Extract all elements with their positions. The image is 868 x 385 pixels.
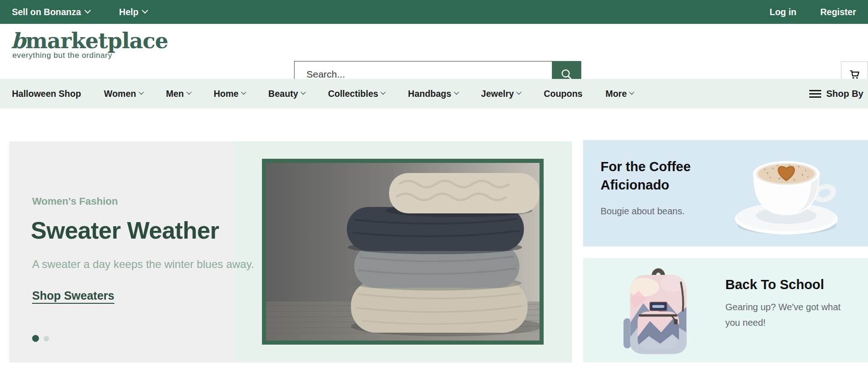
nav-label: Women: [104, 89, 136, 99]
carousel-dot-1-active[interactable]: [32, 335, 39, 342]
chevron-down-icon: [186, 89, 191, 95]
nav-item-home[interactable]: Home: [214, 89, 245, 99]
promo-card-back-to-school[interactable]: Back To School Gearing up? We've got wha…: [583, 258, 868, 363]
help-label: Help: [119, 7, 139, 17]
nav-item-halloween-shop[interactable]: Halloween Shop: [12, 89, 81, 99]
nav-label: Collectibles: [328, 89, 378, 99]
nav-label: Beauty: [268, 89, 298, 99]
promo-card-title: Back To School: [725, 275, 824, 294]
log-in-link[interactable]: Log in: [769, 7, 796, 17]
stacked-sweaters-image: [266, 163, 540, 340]
chevron-down-icon: [381, 89, 386, 95]
backpack-image: [623, 262, 694, 357]
hero-category: Women's Fashion: [32, 195, 118, 207]
chevron-down-icon: [241, 89, 246, 95]
chevron-down-icon: [629, 89, 634, 95]
promo-card-subtitle: Gearing up? We've got what you need!: [725, 299, 850, 330]
nav-label: More: [606, 89, 627, 99]
register-link[interactable]: Register: [820, 7, 856, 17]
chevron-down-icon: [454, 89, 459, 95]
promo-card-coffee[interactable]: For the Coffee Aficionado Bougie about b…: [583, 140, 868, 246]
shop-by-menu[interactable]: Shop By: [809, 88, 863, 100]
topbar-auth-links: Log in Register: [769, 7, 856, 17]
nav-label: Jewelry: [481, 89, 514, 99]
chevron-down-icon: [300, 89, 306, 95]
top-utility-bar: Sell on Bonanza Help Log in Register: [0, 0, 868, 24]
chevron-down-icon: [139, 89, 144, 95]
category-nav: Halloween Shop Women Men Home Beauty Col…: [0, 79, 868, 109]
nav-item-jewelry[interactable]: Jewelry: [481, 89, 521, 99]
promo-card-title: For the Coffee Aficionado: [601, 157, 713, 194]
nav-item-handbags[interactable]: Handbags: [408, 89, 458, 99]
sell-on-bonanza-label: Sell on Bonanza: [12, 7, 81, 17]
help-menu[interactable]: Help: [119, 7, 147, 17]
bonanza-homepage: Sell on Bonanza Help Log in Register bma…: [0, 0, 868, 385]
hero-title: Sweater Weather: [31, 217, 219, 244]
promo-card-subtitle: Bougie about beans.: [601, 203, 685, 219]
chevron-down-icon: [84, 7, 91, 14]
nav-item-collectibles[interactable]: Collectibles: [328, 89, 385, 99]
sell-on-bonanza-menu[interactable]: Sell on Bonanza: [12, 7, 90, 17]
chevron-down-icon: [142, 7, 148, 14]
carousel-dot-2[interactable]: [44, 336, 49, 341]
logo-marketplace-text: marketplace: [25, 28, 168, 53]
logo-wordmark: bmarketplace: [11, 29, 168, 53]
coffee-cup-image: [725, 146, 844, 240]
bonanza-marketplace-logo[interactable]: bmarketplace everything but the ordinary: [11, 29, 168, 60]
nav-label: Handbags: [408, 89, 451, 99]
chevron-down-icon: [517, 89, 522, 95]
nav-label: Coupons: [544, 89, 582, 99]
hero-carousel-slide: Women's Fashion Sweater Weather A sweate…: [9, 141, 572, 363]
nav-item-men[interactable]: Men: [166, 89, 191, 99]
nav-item-women[interactable]: Women: [104, 89, 143, 99]
nav-label: Men: [166, 89, 184, 99]
hamburger-icon: [809, 88, 821, 100]
hero-image-frame: [262, 159, 544, 345]
carousel-dots: [32, 335, 49, 342]
shop-by-label: Shop By: [826, 89, 863, 99]
hero-subtitle: A sweater a day keeps the winter blues a…: [32, 258, 254, 271]
site-header: bmarketplace everything but the ordinary: [0, 24, 868, 79]
nav-item-more[interactable]: More: [606, 89, 634, 99]
logo-b-glyph: b: [11, 28, 25, 53]
nav-label: Home: [214, 89, 239, 99]
nav-item-coupons[interactable]: Coupons: [544, 89, 582, 99]
nav-label: Halloween Shop: [12, 89, 81, 99]
shop-sweaters-link[interactable]: Shop Sweaters: [32, 289, 114, 302]
nav-item-beauty[interactable]: Beauty: [268, 89, 305, 99]
